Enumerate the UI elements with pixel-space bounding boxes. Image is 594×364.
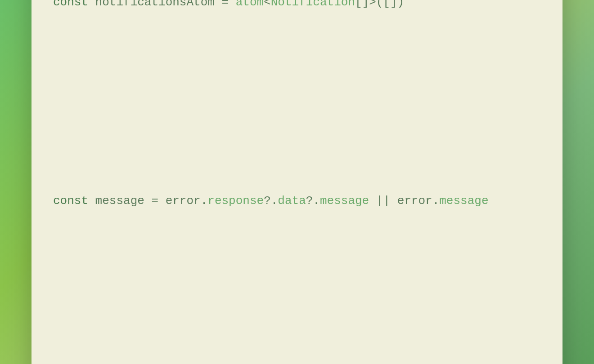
code-block: import {getDefaultStore } from 'jotai' c…	[53, 0, 541, 364]
code-line-6: const message = error.response?.data?.me…	[53, 191, 541, 211]
code-window: import {getDefaultStore } from 'jotai' c…	[32, 0, 562, 364]
code-line-blank-3	[53, 290, 541, 310]
code-line-4: const notificationsAtom = atom<Notificat…	[53, 0, 541, 12]
code-line-blank-2	[53, 92, 541, 111]
